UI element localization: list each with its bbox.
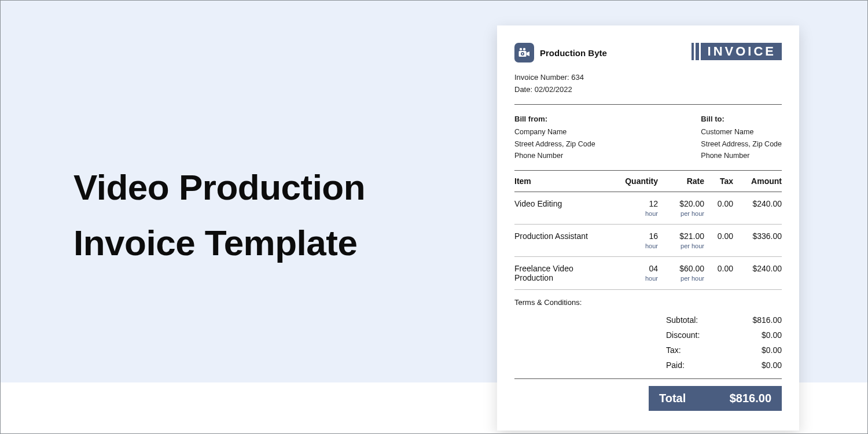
grand-total-value: $816.00 (730, 392, 771, 405)
terms-label: Terms & Conditions: (514, 290, 782, 312)
rate-value: $60.00 (658, 264, 704, 273)
tax-line: Tax: $0.00 (666, 343, 782, 358)
rate-unit: per hour (658, 242, 704, 249)
grand-total-label: Total (659, 392, 686, 405)
brand: Production Byte (514, 43, 607, 62)
bill-from-line: Company Name (514, 126, 595, 138)
cell-rate: $60.00 per hour (658, 264, 704, 282)
table-row: Video Editing 12 hour $20.00 per hour 0.… (514, 192, 782, 225)
col-item: Item (514, 176, 613, 186)
grand-total: Total $816.00 (649, 386, 782, 411)
qty-unit: hour (613, 210, 658, 217)
cell-qty: 12 hour (613, 199, 658, 217)
cell-item: Video Editing (514, 199, 613, 208)
headline-line-1: Video Production (73, 167, 365, 207)
bill-to-line: Phone Number (701, 150, 782, 162)
cell-item: Production Assistant (514, 231, 613, 241)
table-header: Item Quantity Rate Tax Amount (514, 171, 782, 192)
invoice-header: Production Byte INVOICE (514, 43, 782, 62)
bill-to-heading: Bill to: (701, 113, 782, 125)
page-title: Video Production Invoice Template (73, 160, 450, 271)
rate-unit: per hour (658, 210, 704, 217)
table-row: Production Assistant 16 hour $21.00 per … (514, 225, 782, 257)
invoice-number: Invoice Number: 634 (514, 72, 782, 84)
divider (514, 378, 782, 379)
subtotal-value: $816.00 (752, 315, 782, 325)
cell-qty: 04 hour (613, 264, 658, 282)
svg-point-0 (520, 48, 522, 50)
paid-value: $0.00 (762, 361, 782, 370)
invoice-badge-label: INVOICE (701, 43, 782, 60)
qty-value: 16 (613, 231, 658, 241)
subtotal-label: Subtotal: (666, 315, 698, 325)
invoice-card: Production Byte INVOICE Invoice Number: … (497, 25, 799, 431)
paid-label: Paid: (666, 361, 685, 370)
svg-point-4 (522, 53, 523, 54)
qty-unit: hour (613, 242, 658, 249)
bill-to-line: Customer Name (701, 126, 782, 138)
qty-value: 04 (613, 264, 658, 273)
badge-stripe (696, 43, 699, 60)
tax-value: $0.00 (762, 345, 782, 355)
discount-line: Discount: $0.00 (666, 328, 782, 343)
col-amount: Amount (733, 176, 782, 186)
cell-qty: 16 hour (613, 231, 658, 249)
bill-to-line: Street Address, Zip Code (701, 138, 782, 150)
bill-from: Bill from: Company Name Street Address, … (514, 113, 595, 162)
video-camera-icon (514, 43, 534, 62)
invoice-date: Date: 02/02/2022 (514, 84, 782, 96)
invoice-badge: INVOICE (692, 43, 782, 60)
rate-value: $20.00 (658, 199, 704, 208)
bill-from-line: Street Address, Zip Code (514, 138, 595, 150)
qty-value: 12 (613, 199, 658, 208)
qty-unit: hour (613, 275, 658, 282)
cell-tax: 0.00 (704, 231, 733, 241)
rate-unit: per hour (658, 275, 704, 282)
discount-value: $0.00 (762, 330, 782, 340)
cell-amount: $240.00 (733, 199, 782, 208)
table-row: Freelance Video Production 04 hour $60.0… (514, 257, 782, 290)
bill-from-line: Phone Number (514, 150, 595, 162)
headline-line-2: Invoice Template (73, 223, 357, 263)
bill-from-heading: Bill from: (514, 113, 595, 125)
cell-amount: $240.00 (733, 264, 782, 273)
brand-name: Production Byte (540, 48, 607, 58)
template-frame: Video Production Invoice Template Produc… (0, 0, 868, 434)
rate-value: $21.00 (658, 231, 704, 241)
cell-tax: 0.00 (704, 199, 733, 208)
cell-tax: 0.00 (704, 264, 733, 273)
totals-block: Subtotal: $816.00 Discount: $0.00 Tax: $… (666, 312, 782, 373)
badge-stripe (692, 43, 694, 60)
bill-row: Bill from: Company Name Street Address, … (514, 105, 782, 170)
cell-rate: $20.00 per hour (658, 199, 704, 217)
svg-point-1 (523, 48, 525, 50)
bill-to: Bill to: Customer Name Street Address, Z… (701, 113, 782, 162)
col-rate: Rate (658, 176, 704, 186)
cell-item: Freelance Video Production (514, 264, 613, 282)
cell-rate: $21.00 per hour (658, 231, 704, 249)
invoice-meta: Invoice Number: 634 Date: 02/02/2022 (514, 72, 782, 96)
paid-line: Paid: $0.00 (666, 358, 782, 373)
cell-amount: $336.00 (733, 231, 782, 241)
discount-label: Discount: (666, 330, 700, 340)
subtotal-line: Subtotal: $816.00 (666, 312, 782, 328)
col-quantity: Quantity (613, 176, 658, 186)
col-tax: Tax (704, 176, 733, 186)
tax-label: Tax: (666, 345, 681, 355)
